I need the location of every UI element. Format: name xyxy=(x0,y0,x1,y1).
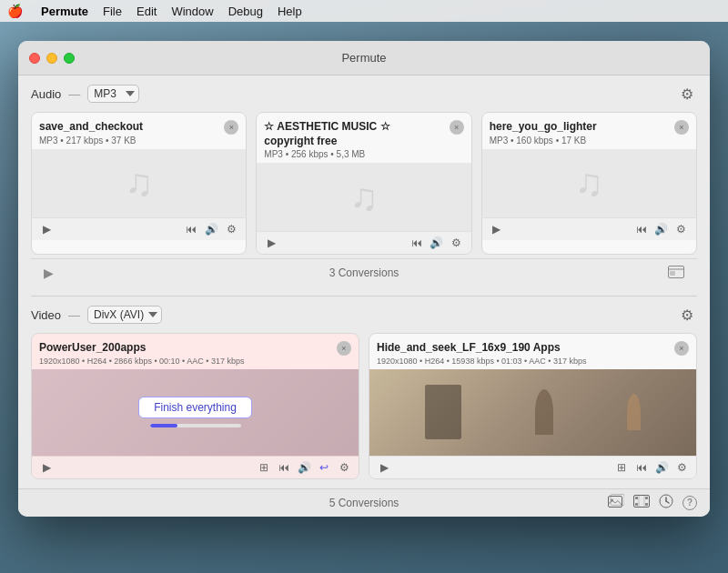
video-label: Video xyxy=(31,308,61,322)
audio-card-2-thumb: ♫ xyxy=(482,149,696,217)
audio-card-0-thumb: ♫ xyxy=(32,149,246,217)
video-card-0-crop[interactable]: ⊞ xyxy=(257,460,271,475)
fullscreen-button[interactable] xyxy=(64,53,75,64)
debug-menu[interactable]: Debug xyxy=(228,5,263,18)
svg-rect-8 xyxy=(635,503,638,506)
apple-menu[interactable]: 🍎 xyxy=(7,4,23,18)
video-card-0-close[interactable]: × xyxy=(337,341,351,356)
audio-section: Audio — MP3 AAC FLAC WAV OGG ⚙ xyxy=(18,75,710,296)
window-footer: 5 Conversions xyxy=(18,488,710,517)
audio-card-0-right-controls: ⏮ 🔊 ⚙ xyxy=(184,222,238,236)
music-note-icon-2: ♫ xyxy=(575,161,604,205)
file-menu[interactable]: File xyxy=(103,5,122,18)
audio-card-1-skip[interactable]: ⏮ xyxy=(410,236,424,250)
window-title: Permute xyxy=(341,51,386,65)
main-window: Permute Audio — MP3 AAC FLAC WAV OGG ⚙ xyxy=(18,41,710,517)
video-card-1-crop[interactable]: ⊞ xyxy=(614,460,629,475)
audio-card-0-controls: ▶ ⏮ 🔊 ⚙ xyxy=(32,217,246,240)
film-icon[interactable] xyxy=(633,495,650,511)
audio-card-2-volume[interactable]: 🔊 xyxy=(654,222,669,236)
audio-settings-icon[interactable]: ⚙ xyxy=(681,85,697,102)
audio-cards-grid: save_and_checkout MP3 • 217 kbps • 37 KB… xyxy=(31,112,697,255)
footer-actions: ? xyxy=(608,494,697,512)
audio-card-0-title: save_and_checkout xyxy=(39,120,143,135)
total-conversions-label: 5 Conversions xyxy=(329,497,399,509)
audio-card-1-thumb: ♫ xyxy=(257,163,470,231)
svg-rect-9 xyxy=(645,497,648,499)
audio-card-1-controls: ▶ ⏮ 🔊 ⚙ xyxy=(257,231,470,254)
video-card-0-subtitle: 1920x1080 • H264 • 2866 kbps • 00:10 • A… xyxy=(39,357,244,366)
audio-card-0-header: save_and_checkout MP3 • 217 kbps • 37 KB… xyxy=(32,113,246,149)
video-card-0-thumb: Finish everything xyxy=(32,369,359,456)
photos-icon[interactable] xyxy=(608,494,624,512)
video-card-1-skip[interactable]: ⏮ xyxy=(634,460,649,475)
video-card-0-volume[interactable]: 🔊 xyxy=(297,460,311,475)
audio-card-1-play[interactable]: ▶ xyxy=(264,236,278,250)
menubar: 🍎 Permute File Edit Window Debug Help xyxy=(0,0,728,22)
video-card-0-title: PowerUser_200apps xyxy=(39,341,244,356)
video-card-0-skip[interactable]: ⏮ xyxy=(277,460,291,475)
video-divider: — xyxy=(68,308,80,322)
audio-card-1-volume[interactable]: 🔊 xyxy=(430,236,444,250)
finish-everything-button[interactable]: Finish everything xyxy=(138,397,252,418)
audio-card-0-settings[interactable]: ⚙ xyxy=(224,222,238,236)
audio-card-2-close[interactable]: × xyxy=(674,120,689,135)
video-card-1-header: Hide_and_seek_LF_16x9_190 Apps 1920x1080… xyxy=(369,334,696,369)
video-card-0-play[interactable]: ▶ xyxy=(39,460,54,475)
audio-divider: — xyxy=(68,87,80,101)
video-format-select[interactable]: DivX (AVI) MP4 MOV MKV WebM xyxy=(87,306,162,324)
audio-export-icon[interactable] xyxy=(668,266,684,281)
video-card-0-controls: ▶ ⊞ ⏮ 🔊 ↩ ⚙ xyxy=(32,456,359,478)
edit-menu[interactable]: Edit xyxy=(136,5,157,18)
audio-label: Audio xyxy=(31,87,61,101)
audio-section-header: Audio — MP3 AAC FLAC WAV OGG ⚙ xyxy=(31,85,697,103)
video-card-0-right-controls: ⊞ ⏮ 🔊 ↩ ⚙ xyxy=(257,460,351,475)
music-note-icon-1: ♫ xyxy=(349,176,379,219)
audio-card-0: save_and_checkout MP3 • 217 kbps • 37 KB… xyxy=(31,112,247,255)
audio-card-1-subtitle: MP3 • 256 kbps • 5,3 MB xyxy=(264,149,389,159)
video-card-0-header: PowerUser_200apps 1920x1080 • H264 • 286… xyxy=(32,334,359,369)
audio-card-1-close[interactable]: × xyxy=(450,120,464,135)
audio-card-2-controls: ▶ ⏮ 🔊 ⚙ xyxy=(482,217,696,240)
finish-progress-fill xyxy=(150,424,177,427)
video-card-0-rotate[interactable]: ↩ xyxy=(317,460,331,475)
audio-card-1-right-controls: ⏮ 🔊 ⚙ xyxy=(410,236,464,250)
svg-line-15 xyxy=(666,501,669,503)
app-menu[interactable]: Permute xyxy=(41,5,88,18)
audio-card-2-title: here_you_go_lighter xyxy=(490,120,597,135)
video-settings-icon[interactable]: ⚙ xyxy=(681,307,697,323)
audio-card-2-settings[interactable]: ⚙ xyxy=(674,222,689,236)
titlebar: Permute xyxy=(18,41,710,75)
music-note-icon: ♫ xyxy=(125,161,154,205)
video-card-1-settings[interactable]: ⚙ xyxy=(674,460,689,475)
svg-rect-2 xyxy=(670,271,675,276)
video-card-0-settings[interactable]: ⚙ xyxy=(337,460,351,475)
video-card-1-title: Hide_and_seek_LF_16x9_190 Apps xyxy=(377,341,586,356)
audio-card-0-volume[interactable]: 🔊 xyxy=(204,222,218,236)
clock-icon[interactable] xyxy=(659,494,673,512)
audio-card-0-skip[interactable]: ⏮ xyxy=(184,222,198,236)
video-card-1-play[interactable]: ▶ xyxy=(377,460,391,475)
audio-card-1: ☆ AESTHETIC MUSIC ☆ copyright free MP3 •… xyxy=(256,112,471,255)
window-menu[interactable]: Window xyxy=(171,5,213,18)
audio-format-select[interactable]: MP3 AAC FLAC WAV OGG xyxy=(87,85,139,103)
close-button[interactable] xyxy=(29,53,40,64)
audio-conversions-label: 3 Conversions xyxy=(329,266,399,279)
audio-card-2-play[interactable]: ▶ xyxy=(490,222,504,236)
help-icon[interactable]: ? xyxy=(682,496,697,510)
audio-section-footer: ▶ 3 Conversions xyxy=(31,258,697,286)
audio-card-2-skip[interactable]: ⏮ xyxy=(634,222,649,236)
video-card-1-volume[interactable]: 🔊 xyxy=(654,460,669,475)
video-card-1: Hide_and_seek_LF_16x9_190 Apps 1920x1080… xyxy=(369,333,697,479)
help-menu[interactable]: Help xyxy=(278,5,302,18)
video-card-1-controls: ▶ ⊞ ⏮ 🔊 ⚙ xyxy=(369,456,696,478)
finish-overlay: Finish everything xyxy=(32,369,359,456)
audio-card-0-close[interactable]: × xyxy=(224,120,238,135)
audio-card-0-play[interactable]: ▶ xyxy=(39,222,54,236)
minimize-button[interactable] xyxy=(46,53,57,64)
video-card-1-subtitle: 1920x1080 • H264 • 15938 kbps • 01:03 • … xyxy=(377,357,586,366)
audio-play-all-button[interactable]: ▶ xyxy=(44,266,54,280)
audio-card-2-right-controls: ⏮ 🔊 ⚙ xyxy=(634,222,689,236)
audio-card-1-settings[interactable]: ⚙ xyxy=(450,236,464,250)
video-card-1-close[interactable]: × xyxy=(674,341,689,356)
